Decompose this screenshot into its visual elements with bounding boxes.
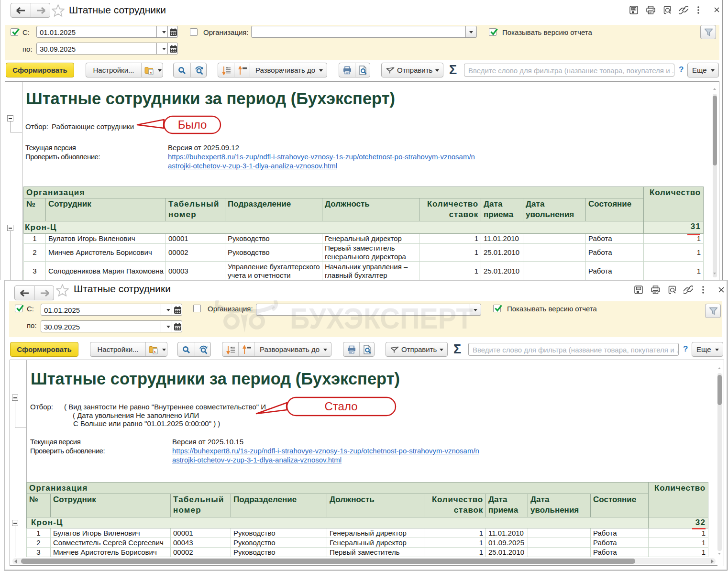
svg-text:Было: Было [178,118,207,131]
svg-text:Стало: Стало [324,400,357,413]
